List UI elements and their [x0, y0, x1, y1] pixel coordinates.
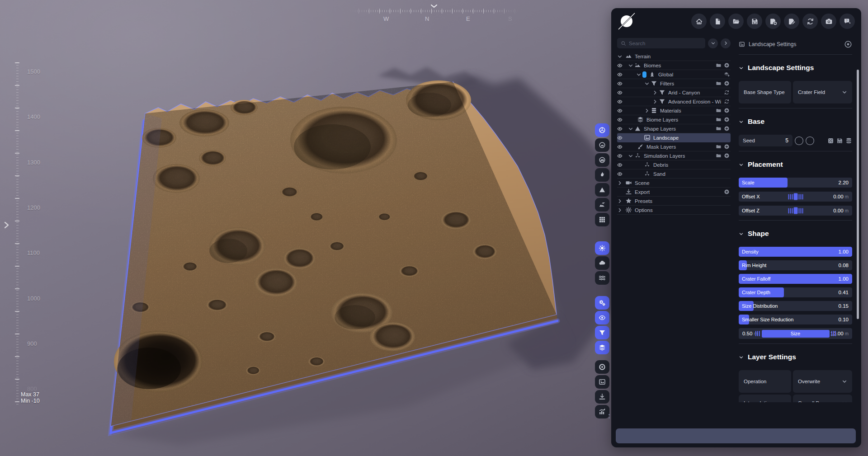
- viewport-tool-mountain-button[interactable]: [595, 183, 609, 197]
- folder-icon[interactable]: [716, 108, 722, 113]
- eye-icon[interactable]: [617, 108, 623, 113]
- range-slider-size[interactable]: 0.50mSize10.00m: [739, 328, 852, 339]
- drag-handle[interactable]: [788, 207, 803, 214]
- plus-circle-icon[interactable]: [724, 144, 730, 150]
- folder-icon[interactable]: [716, 126, 722, 132]
- save-button[interactable]: [747, 14, 762, 29]
- viewport-tool-grid-button[interactable]: [595, 213, 609, 226]
- sync-button[interactable]: [802, 14, 818, 29]
- folder-icon[interactable]: [716, 153, 722, 159]
- camera-button[interactable]: [821, 14, 836, 29]
- folder-icon[interactable]: [716, 144, 722, 150]
- file-new-button[interactable]: [710, 14, 725, 29]
- slider-crater-falloff[interactable]: Crater Falloff1.00: [739, 274, 852, 284]
- drag-field-offset-x[interactable]: Offset X0.00m: [739, 192, 852, 202]
- search-input[interactable]: [629, 41, 702, 46]
- eye-icon[interactable]: [617, 117, 623, 122]
- slider-smaller-size-reduction[interactable]: Smaller Size Reduction0.10: [739, 315, 852, 324]
- eye-icon[interactable]: [617, 90, 623, 95]
- slider-density[interactable]: Density1.00: [739, 247, 852, 257]
- section-heading-layer-settings[interactable]: Layer Settings: [739, 353, 852, 361]
- layer-color-swatch[interactable]: [642, 71, 646, 78]
- tree-row-biomes[interactable]: Biomes: [617, 61, 731, 70]
- viewport-tool-image-button[interactable]: [595, 375, 609, 389]
- layers-add-icon[interactable]: [724, 71, 730, 77]
- tree-row-options[interactable]: Options: [617, 206, 731, 215]
- tree-row-terrain[interactable]: Terrain: [617, 52, 731, 61]
- eye-icon[interactable]: [617, 99, 623, 104]
- section-heading-placement[interactable]: Placement: [739, 160, 852, 169]
- plus-circle-icon[interactable]: [724, 80, 730, 86]
- setting-dropdown-interpolation-mode[interactable]: Overall B: [793, 395, 852, 402]
- tree-row-scene[interactable]: Scene: [617, 179, 731, 188]
- panel-resize-handle[interactable]: [609, 414, 610, 421]
- viewport-tool-record-button[interactable]: [595, 360, 609, 374]
- folder-icon[interactable]: [716, 62, 722, 68]
- section-heading-base[interactable]: Base: [739, 118, 852, 126]
- panel-options-icon[interactable]: [844, 40, 852, 48]
- eye-icon[interactable]: [617, 63, 623, 68]
- increment-button[interactable]: [806, 136, 814, 145]
- compass-bar[interactable]: W N E S: [348, 2, 520, 24]
- viewport-tool-gears-button[interactable]: [595, 296, 609, 310]
- viewport-tool-flame-button[interactable]: [595, 168, 609, 182]
- tree-row-advanced-erosion[interactable]: Advanced Erosion - Wi: [617, 97, 731, 106]
- section-heading-landscape-settings[interactable]: Landscape Settings: [739, 64, 852, 72]
- plus-circle-icon[interactable]: [724, 126, 730, 132]
- tree-row-arid-canyon[interactable]: Arid - Canyon: [617, 88, 731, 97]
- search-box[interactable]: [617, 38, 705, 48]
- viewport-tool-eye-button[interactable]: [595, 311, 609, 324]
- save-icon[interactable]: [836, 137, 843, 144]
- tree-row-landscape[interactable]: Landscape: [617, 133, 731, 142]
- slider-crater-depth[interactable]: Crater Depth0.41: [739, 287, 852, 297]
- eye-icon[interactable]: [617, 135, 623, 141]
- slider-size-distribution[interactable]: Size Distribution0.15: [739, 301, 852, 311]
- drag-field-offset-z[interactable]: Offset Z0.00m: [739, 206, 852, 216]
- eye-icon[interactable]: [617, 162, 623, 168]
- viewport-tool-sun-button[interactable]: [595, 241, 609, 255]
- left-panel-expand-chevron[interactable]: [3, 221, 10, 230]
- home-button[interactable]: [691, 14, 707, 29]
- refresh-icon[interactable]: [724, 89, 730, 95]
- number-field-seed[interactable]: Seed5: [739, 135, 793, 146]
- viewport-tool-cloud-button[interactable]: [595, 256, 609, 270]
- viewport-tool-chart-button[interactable]: [595, 405, 609, 418]
- tree-row-export[interactable]: Export: [617, 188, 731, 197]
- refresh-icon[interactable]: [724, 99, 730, 104]
- tree-row-shape-layers[interactable]: Shape Layers: [617, 124, 731, 133]
- eye-icon[interactable]: [617, 72, 623, 77]
- slider-scale[interactable]: Scale2.20: [739, 178, 852, 188]
- help-button[interactable]: ?: [840, 14, 855, 29]
- tree-row-mask-layers[interactable]: Mask Layers: [617, 142, 731, 151]
- tree-row-debris[interactable]: Debris: [617, 160, 731, 169]
- viewport-tool-filter-button[interactable]: [595, 326, 609, 339]
- folder-icon[interactable]: [716, 117, 722, 122]
- plus-circle-icon[interactable]: [724, 117, 730, 122]
- viewport-tool-island-button[interactable]: [595, 198, 609, 212]
- folder-icon[interactable]: [716, 80, 722, 86]
- setting-dropdown-base-shape-type[interactable]: Crater Field: [793, 81, 852, 103]
- tree-row-biome-layers[interactable]: Biome Layers: [617, 115, 731, 124]
- database-icon[interactable]: [845, 137, 852, 144]
- save-add-button[interactable]: [765, 14, 781, 29]
- tree-collapse-all-button[interactable]: [708, 38, 718, 48]
- viewport-tool-mountain-circle-alt-button[interactable]: [595, 153, 609, 167]
- viewport-tool-mountain-circle-button[interactable]: [595, 138, 609, 152]
- viewport-tool-waves-button[interactable]: [595, 271, 609, 285]
- plus-circle-icon[interactable]: [724, 153, 730, 159]
- tree-row-presets[interactable]: Presets: [617, 197, 731, 206]
- plus-circle-icon[interactable]: [724, 189, 730, 195]
- settings-scrollbar[interactable]: [857, 70, 859, 319]
- eye-icon[interactable]: [617, 81, 623, 86]
- save-edit-button[interactable]: [784, 14, 799, 29]
- decrement-button[interactable]: [795, 136, 803, 145]
- tree-row-sand[interactable]: Sand: [617, 169, 731, 179]
- tree-row-materials[interactable]: Materials: [617, 106, 731, 115]
- tree-expand-all-button[interactable]: [721, 38, 731, 48]
- setting-dropdown-operation[interactable]: Overwrite: [793, 370, 852, 393]
- plus-circle-icon[interactable]: [724, 108, 730, 113]
- slider-rim-height[interactable]: Rim Height0.08: [739, 260, 852, 270]
- range-handle[interactable]: Size: [762, 330, 830, 338]
- eye-icon[interactable]: [617, 144, 623, 150]
- tree-row-simulation-layers[interactable]: Simulation Layers: [617, 151, 731, 160]
